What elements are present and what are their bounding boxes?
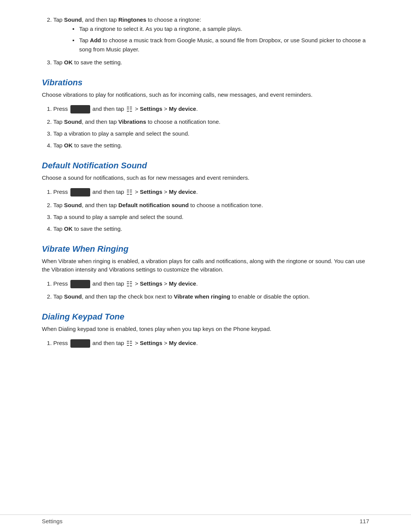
vibrate-when-ringing-bold: Vibrate when ringing [174,293,230,300]
vwr-step-1: Press and then tap ☷ > Settings > My dev… [53,279,369,290]
sound-bold-1: Sound [64,16,82,23]
sound-bold-4: Sound [64,293,82,300]
menu-icon-4: ☷ [126,338,132,349]
vibrations-steps: Press and then tap ☷ > Settings > My dev… [53,104,369,150]
home-button-icon [70,105,90,113]
mydevice-bold-3: My device [169,280,196,287]
default-notification-sound-intro: Choose a sound for notifications, such a… [42,174,369,182]
settings-bold-4: Settings [140,340,162,346]
ringtone-bullets: Tap a ringtone to select it. As you tap … [72,24,369,54]
page-footer: Settings 117 [0,514,411,524]
home-button-icon-4 [70,339,90,348]
dns-steps: Press and then tap ☷ > Settings > My dev… [53,187,369,233]
vibrations-section: Vibrations Choose vibrations to play for… [42,78,369,150]
default-notification-sound-section: Default Notification Sound Choose a soun… [42,161,369,233]
dns-step-4: Tap OK to save the setting. [53,224,369,233]
intro-step-2: Tap Sound, and then tap Ringtones to cho… [53,15,369,54]
vibrations-step-1: Press and then tap ☷ > Settings > My dev… [53,104,369,115]
dialing-keypad-tone-intro: When Dialing keypad tone is enabled, ton… [42,325,369,334]
vibrate-when-ringing-intro: When Vibrate when ringing is enabled, a … [42,257,369,274]
dns-step-2: Tap Sound, and then tap Default notifica… [53,201,369,210]
sound-bold-3: Sound [64,202,82,208]
ok-bold-dns: OK [64,225,73,232]
vibrations-step-2: Tap Sound, and then tap Vibrations to ch… [53,117,369,126]
ok-bold-vib: OK [64,142,73,149]
add-bold: Add [90,37,101,43]
default-notification-sound-heading: Default Notification Sound [42,161,369,171]
vibrations-heading: Vibrations [42,78,369,88]
default-notification-sound-bold: Default notification sound [118,202,189,208]
settings-bold-3: Settings [140,280,162,287]
dkt-steps: Press and then tap ☷ > Settings > My dev… [53,338,369,349]
intro-steps: Tap Sound, and then tap Ringtones to cho… [53,15,369,67]
settings-bold-1: Settings [140,105,162,112]
mydevice-bold-2: My device [169,189,196,195]
vwr-step-2: Tap Sound, and then tap the check box ne… [53,292,369,301]
vibrations-step-3: Tap a vibration to play a sample and sel… [53,129,369,138]
dns-step-3: Tap a sound to play a sample and select … [53,212,369,222]
mydevice-bold-1: My device [169,105,196,112]
ringtones-bold: Ringtones [118,16,146,23]
dkt-step-1: Press and then tap ☷ > Settings > My dev… [53,338,369,349]
menu-icon-3: ☷ [126,279,132,290]
dns-step-1: Press and then tap ☷ > Settings > My dev… [53,187,369,198]
vwr-steps: Press and then tap ☷ > Settings > My dev… [53,279,369,302]
ok-bold-intro: OK [64,59,73,66]
footer-left: Settings [42,518,62,524]
vibrate-when-ringing-heading: Vibrate When Ringing [42,244,369,254]
dialing-keypad-tone-heading: Dialing Keypad Tone [42,312,369,322]
mydevice-bold-4: My device [169,340,196,346]
vibrations-bold: Vibrations [118,118,146,125]
menu-icon-1: ☷ [126,104,132,115]
bullet-2: Tap Add to choose a music track from Goo… [72,36,369,54]
dialing-keypad-tone-section: Dialing Keypad Tone When Dialing keypad … [42,312,369,349]
footer-right: 117 [360,518,369,524]
vibrate-when-ringing-section: Vibrate When Ringing When Vibrate when r… [42,244,369,302]
vibrations-intro: Choose vibrations to play for notificati… [42,91,369,99]
sound-bold-2: Sound [64,118,82,125]
bullet-1: Tap a ringtone to select it. As you tap … [72,24,369,34]
vibrations-step-4: Tap OK to save the setting. [53,141,369,150]
home-button-icon-2 [70,188,90,197]
settings-bold-2: Settings [140,189,162,195]
home-button-icon-3 [70,280,90,288]
menu-icon-2: ☷ [126,187,132,198]
page-content: Tap Sound, and then tap Ringtones to cho… [0,0,411,375]
intro-step-3: Tap OK to save the setting. [53,58,369,67]
